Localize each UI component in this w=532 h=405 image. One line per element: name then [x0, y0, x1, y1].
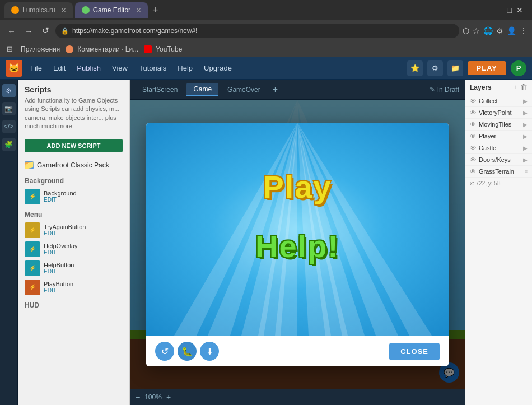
apps-grid-icon[interactable]: ⊞ [7, 45, 13, 53]
modal-refresh-button[interactable]: ↺ [155, 342, 174, 361]
zoom-out-button[interactable]: − [136, 393, 140, 402]
tab-bar: Lumpics.ru ✕ Game Editor ✕ + — □ ✕ [0, 0, 532, 20]
assets-icon-btn[interactable]: 📁 [447, 60, 463, 76]
profile-button[interactable]: P [511, 60, 526, 76]
play-text: Play [263, 169, 332, 205]
zoom-bar: − 100% + [130, 389, 465, 405]
background-edit-link[interactable]: EDIT [44, 197, 77, 203]
browser-tab-lumpics[interactable]: Lumpics.ru ✕ [4, 2, 73, 18]
menu-view[interactable]: View [108, 62, 132, 75]
delete-layer-button[interactable]: 🗑 [520, 83, 528, 91]
bookmark-youtube-label: YouTube [156, 45, 182, 53]
menu-edit[interactable]: Edit [49, 62, 70, 75]
layer-name-grass: GrassTerrain [479, 168, 522, 175]
layer-victorypoint[interactable]: 👁 VictoryPoint ▶ [465, 107, 532, 119]
menu-help[interactable]: Help [173, 62, 197, 75]
play-button-edit[interactable]: EDIT [44, 287, 73, 294]
canvas-area: StartScreen Game GameOver + ✎ In Draft [130, 80, 465, 405]
browser-tab-game-editor[interactable]: Game Editor ✕ [75, 2, 148, 18]
browser-icons: ⬡ ☆ 🌐 ⚙ 👤 ⋮ [463, 26, 528, 35]
help-overlay-edit[interactable]: EDIT [44, 249, 78, 255]
script-help-overlay: ⚡ HelpOverlay EDIT [18, 240, 129, 259]
app-logo: 🐱 [6, 60, 22, 77]
maximize-button[interactable]: □ [507, 6, 512, 15]
add-script-button[interactable]: ADD NEW SCRIPT [25, 139, 123, 152]
back-button[interactable]: ← [4, 25, 18, 38]
sidebar-code-icon[interactable]: </> [2, 120, 16, 133]
address-text: https://make.gamefroot.com/games/new#! [72, 27, 197, 35]
layer-movingtiles[interactable]: 👁 MovingTiles ▶ [465, 119, 532, 131]
layer-name-collect: Collect [479, 97, 520, 104]
layer-doorskeys[interactable]: 👁 Doors/Keys ▶ [465, 154, 532, 166]
menu-upgrade[interactable]: Upgrade [199, 62, 236, 75]
address-bar[interactable]: 🔒 https://make.gamefroot.com/games/new#! [55, 24, 459, 38]
bookmark-comments[interactable]: Комментарии · Lи... [66, 45, 138, 53]
tab-startscreen[interactable]: StartScreen [136, 83, 184, 96]
bookmark-icon[interactable]: ☆ [473, 26, 480, 35]
layer-arrow-castle: ▶ [523, 145, 528, 151]
game-editor-tab-label: Game Editor [93, 6, 130, 14]
user-icon[interactable]: 👤 [507, 26, 516, 35]
modal-debug-button[interactable]: 🐛 [178, 342, 197, 361]
lumpics-tab-close[interactable]: ✕ [61, 7, 66, 14]
minimize-button[interactable]: — [495, 6, 503, 15]
nav-bar: ← → ↺ 🔒 https://make.gamefroot.com/games… [0, 20, 532, 41]
bookmark-youtube[interactable]: YouTube [144, 45, 182, 53]
layer-castle[interactable]: 👁 Castle ▶ [465, 142, 532, 154]
layer-grassterrain[interactable]: 👁 GrassTerrain ≡ [465, 166, 532, 178]
play-button[interactable]: PLAY [468, 61, 506, 75]
sidebar-camera-icon[interactable]: 📷 [2, 102, 16, 115]
drag-handle-grass[interactable]: ≡ [525, 169, 528, 174]
pencil-icon: ✎ [430, 86, 435, 94]
layers-panel: Layers + 🗑 👁 Collect ▶ 👁 VictoryPoint ▶ … [465, 80, 532, 405]
refresh-button[interactable]: ↺ [39, 24, 52, 38]
draft-label: In Draft [437, 86, 459, 94]
eye-icon-grass: 👁 [470, 168, 476, 175]
tab-game[interactable]: Game [186, 83, 218, 96]
help-button-name: HelpButton [44, 262, 74, 268]
forward-button[interactable]: → [22, 25, 36, 38]
modal-game-preview: Play Help! [146, 123, 449, 336]
layer-name-moving: MovingTiles [479, 121, 520, 128]
tab-gameover[interactable]: GameOver [221, 83, 267, 96]
panel-desc: Add functionality to Game Objects using … [18, 96, 129, 137]
menu-publish[interactable]: Publish [72, 62, 105, 75]
game-editor-app: 🐱 File Edit Publish View Tutorials Help … [0, 57, 532, 405]
eye-icon-collect: 👁 [470, 97, 476, 104]
app-toolbar: 🐱 File Edit Publish View Tutorials Help … [0, 57, 532, 80]
game-editor-tab-close[interactable]: ✕ [136, 7, 141, 14]
extensions-icon[interactable]: ⚙ [496, 26, 503, 35]
lumpics-favicon [11, 6, 19, 14]
zoom-value: 100% [144, 393, 162, 401]
settings-icon-btn[interactable]: ⚙ [427, 60, 443, 76]
close-window-button[interactable]: ✕ [516, 6, 523, 15]
background-script-info: Background EDIT [44, 190, 77, 203]
add-tab-button[interactable]: + [269, 83, 281, 96]
pack-item[interactable]: 📁 Gamefroot Classic Pack [18, 158, 129, 173]
add-layer-button[interactable]: + [514, 83, 518, 91]
try-again-edit[interactable]: EDIT [44, 230, 86, 236]
modal-close-button[interactable]: CLOSE [389, 343, 440, 360]
zoom-in-button[interactable]: + [166, 393, 171, 402]
coins-icon-btn[interactable]: ⭐ [407, 60, 423, 76]
menu-tutorials[interactable]: Tutorials [134, 62, 171, 75]
scripts-panel: Scripts Add functionality to Game Object… [18, 80, 130, 405]
eye-icon-player: 👁 [470, 133, 476, 139]
menu-dots-icon[interactable]: ⋮ [520, 26, 528, 35]
sidebar-puzzle-icon[interactable]: 🧩 [2, 138, 16, 151]
translate-icon[interactable]: 🌐 [483, 26, 493, 35]
help-overlay-icon: ⚡ [25, 241, 40, 257]
cast-icon[interactable]: ⬡ [463, 26, 469, 35]
layer-player[interactable]: 👁 Player ▶ [465, 131, 532, 142]
section-hud: HUD [18, 297, 129, 311]
bookmark-apps[interactable]: Приложения [21, 45, 60, 53]
lumpics-tab-label: Lumpics.ru [22, 6, 55, 14]
bookmark-comments-label: Комментарии · Lи... [77, 45, 138, 53]
sidebar-settings-icon[interactable]: ⚙ [2, 84, 16, 97]
canvas-wrapper[interactable]: 🎁 [130, 100, 465, 389]
layer-collect[interactable]: 👁 Collect ▶ [465, 95, 532, 107]
new-tab-button[interactable]: + [152, 4, 158, 16]
help-button-edit[interactable]: EDIT [44, 268, 74, 274]
menu-file[interactable]: File [26, 62, 46, 75]
modal-download-button[interactable]: ⬇ [200, 342, 219, 361]
